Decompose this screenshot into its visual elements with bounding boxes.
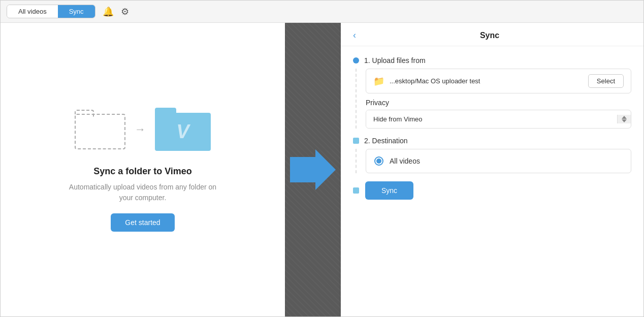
step1-dot xyxy=(353,57,359,64)
right-content: 1. Upload files from 📁 ...esktop/Mac OS … xyxy=(341,46,643,210)
destination-row: All videos xyxy=(366,149,631,173)
privacy-label: Privacy xyxy=(366,99,631,107)
right-panel: ‹ Sync 1. Upload files from 📁 ...esktop/… xyxy=(341,23,643,316)
right-header: ‹ Sync xyxy=(341,23,643,46)
folder-icon: 📁 xyxy=(373,76,384,87)
privacy-select-wrapper: Hide from VimeoAnyoneOnly mePassword pro… xyxy=(366,110,631,129)
stepper-up-icon xyxy=(622,116,627,119)
stepper-icon[interactable] xyxy=(617,115,631,123)
privacy-dropdown[interactable]: Hide from VimeoAnyoneOnly mePassword pro… xyxy=(366,110,617,128)
step2-section: 2. Destination All videos xyxy=(353,137,631,173)
step2-text: 2. Destination xyxy=(364,137,408,145)
svg-marker-0 xyxy=(290,149,336,190)
radio-inner-dot xyxy=(376,158,381,164)
vimeo-folder-icon: V xyxy=(155,108,211,151)
destination-label: All videos xyxy=(390,157,420,165)
get-started-button[interactable]: Get started xyxy=(111,213,174,232)
folder-path-row: 📁 ...esktop/Mac OS uploader test Select xyxy=(366,69,631,93)
notification-button[interactable]: 🔔 xyxy=(102,5,115,18)
settings-button[interactable]: ⚙ xyxy=(120,5,130,18)
step1-section: 1. Upload files from 📁 ...esktop/Mac OS … xyxy=(353,56,631,129)
destination-radio[interactable] xyxy=(374,156,383,166)
step1-block: 📁 ...esktop/Mac OS uploader test Select … xyxy=(356,69,631,129)
sync-row: Sync xyxy=(353,181,631,200)
left-text: Sync a folder to Vimeo Automatically upl… xyxy=(69,166,216,232)
right-panel-title: Sync xyxy=(363,31,616,40)
vimeo-v-icon: V xyxy=(155,113,211,151)
select-button[interactable]: Select xyxy=(588,74,624,88)
stepper-down-icon xyxy=(622,119,627,122)
center-divider xyxy=(285,23,341,316)
step1-text: 1. Upload files from xyxy=(364,56,426,65)
left-description: Automatically upload videos from any fol… xyxy=(69,182,216,203)
sync-button[interactable]: Sync xyxy=(365,181,413,200)
tab-group: All videos Sync xyxy=(7,5,95,18)
main-layout: → V Sync a folder to Vimeo Automatically… xyxy=(1,23,643,316)
step2-block: All videos xyxy=(356,149,631,173)
step2-dot xyxy=(353,138,359,144)
back-button[interactable]: ‹ xyxy=(351,30,358,41)
step1-label: 1. Upload files from xyxy=(353,56,631,65)
privacy-section: Privacy Hide from VimeoAnyoneOnly mePass… xyxy=(366,99,631,129)
big-blue-arrow-icon xyxy=(290,149,336,190)
sync-dot xyxy=(353,187,359,194)
source-folder-icon xyxy=(75,110,125,149)
step2-label: 2. Destination xyxy=(353,137,631,145)
small-arrow-icon: → xyxy=(135,123,146,136)
gear-icon: ⚙ xyxy=(121,7,129,17)
top-icons: 🔔 ⚙ xyxy=(102,5,130,18)
left-panel: → V Sync a folder to Vimeo Automatically… xyxy=(1,23,285,316)
tab-sync[interactable]: Sync xyxy=(58,5,95,18)
left-title: Sync a folder to Vimeo xyxy=(69,166,216,177)
tab-all-videos[interactable]: All videos xyxy=(7,5,58,18)
folder-path-text: ...esktop/Mac OS uploader test xyxy=(390,77,583,85)
illustration: → V xyxy=(75,108,211,151)
bell-icon: 🔔 xyxy=(103,7,114,17)
top-bar: All videos Sync 🔔 ⚙ xyxy=(1,1,643,23)
